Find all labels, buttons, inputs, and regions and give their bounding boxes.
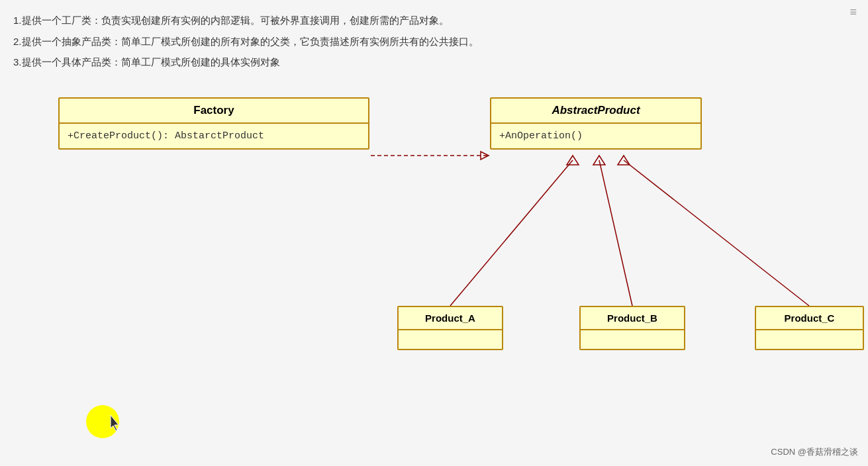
product-c-class-box: Product_C xyxy=(755,306,864,350)
text-line-2: 2.提供一个抽象产品类：简单工厂模式所创建的所有对象的父类，它负责描述所有实例所… xyxy=(13,33,855,50)
product-b-to-abstract-line xyxy=(599,160,632,306)
menu-dots-icon[interactable]: ≡ xyxy=(849,5,858,19)
factory-to-abstract-arrowhead xyxy=(481,152,489,160)
cursor-arrow xyxy=(108,414,124,430)
product-c-body xyxy=(756,330,863,349)
abstract-product-body: +AnOperation() xyxy=(491,124,700,148)
product-b-title: Product_B xyxy=(581,307,684,330)
product-a-arrowhead xyxy=(567,156,579,165)
abstract-product-class-box: AbstractProduct +AnOperation() xyxy=(490,97,702,150)
uml-diagram: Factory +CreateProduct(): AbstarctProduc… xyxy=(13,77,855,395)
page-container: ≡ 1.提供一个工厂类：负责实现创建所有实例的内部逻辑。可被外界直接调用，创建所… xyxy=(0,0,868,466)
product-b-class-box: Product_B xyxy=(579,306,685,350)
product-c-arrowhead xyxy=(618,156,630,165)
product-a-class-box: Product_A xyxy=(397,306,503,350)
product-b-arrowhead xyxy=(593,156,605,165)
text-line-1: 1.提供一个工厂类：负责实现创建所有实例的内部逻辑。可被外界直接调用，创建所需的… xyxy=(13,12,855,29)
product-a-to-abstract-line xyxy=(450,160,573,306)
product-c-title: Product_C xyxy=(756,307,863,330)
product-b-body xyxy=(581,330,684,349)
product-a-body xyxy=(399,330,502,349)
factory-class-box: Factory +CreateProduct(): AbstarctProduc… xyxy=(58,97,369,150)
text-line-3: 3.提供一个具体产品类：简单工厂模式所创建的具体实例对象 xyxy=(13,54,855,71)
factory-body: +CreateProduct(): AbstarctProduct xyxy=(60,124,368,148)
watermark: CSDN @香菇滑稽之谈 xyxy=(771,446,858,458)
abstract-product-title: AbstractProduct xyxy=(491,99,700,124)
product-c-to-abstract-line xyxy=(624,160,809,306)
factory-title: Factory xyxy=(60,99,368,124)
product-a-title: Product_A xyxy=(399,307,502,330)
